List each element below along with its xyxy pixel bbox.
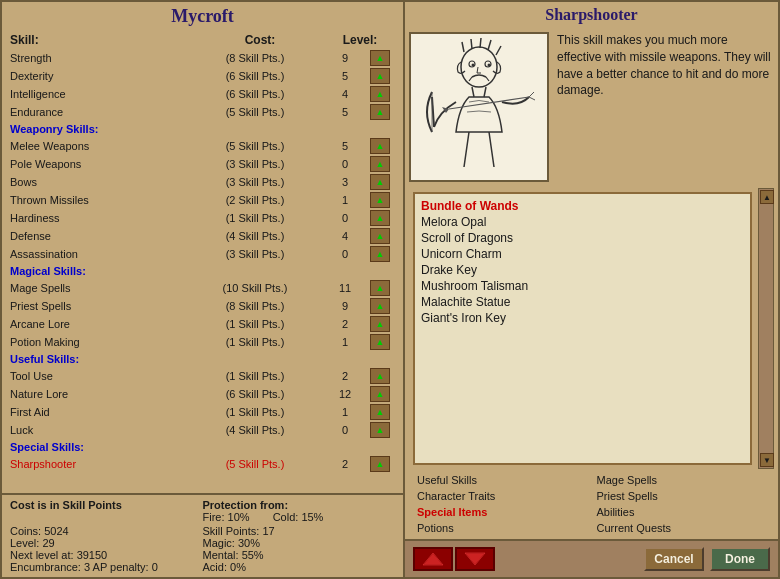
increase-melee-btn[interactable]: ▲: [370, 138, 390, 154]
tabs-area: Useful Skills Mage Spells Character Trai…: [405, 469, 778, 539]
increase-luck-btn[interactable]: ▲: [370, 422, 390, 438]
skill-row: Intelligence (6 Skill Pts.) 4 ▲: [6, 85, 399, 103]
increase-pole-btn[interactable]: ▲: [370, 156, 390, 172]
increase-potion-btn[interactable]: ▲: [370, 334, 390, 350]
skill-row: Assassination (3 Skill Pts.) 0 ▲: [6, 245, 399, 263]
left-panel: Mycroft Skill: Cost: Level: Strength (8 …: [0, 0, 405, 579]
skills-header: Skill: Cost: Level:: [2, 31, 403, 49]
increase-arcane-btn[interactable]: ▲: [370, 316, 390, 332]
increase-endurance-btn[interactable]: ▲: [370, 104, 390, 120]
increase-sharpshooter-btn[interactable]: ▲: [370, 456, 390, 472]
tab-abilities[interactable]: Abilities: [593, 505, 771, 519]
next-arrow-btn[interactable]: [455, 547, 495, 571]
skill-info-area: This skill makes you much more effective…: [405, 28, 778, 188]
svg-point-4: [472, 64, 475, 67]
bottom-buttons: Cancel Done: [405, 539, 778, 577]
skill-image: [409, 32, 549, 182]
list-item[interactable]: Giant's Iron Key: [419, 310, 746, 326]
list-item[interactable]: Unicorn Charm: [419, 246, 746, 262]
list-item[interactable]: Melora Opal: [419, 214, 746, 230]
skill-row: Dexterity (6 Skill Pts.) 5 ▲: [6, 67, 399, 85]
skill-col-header: Skill:: [10, 33, 190, 47]
svg-point-5: [488, 64, 491, 67]
skill-row: Endurance (5 Skill Pts.) 5 ▲: [6, 103, 399, 121]
protection-details: Skill Points: 17 Magic: 30% Mental: 55% …: [203, 525, 396, 573]
tab-current-quests[interactable]: Current Quests: [593, 521, 771, 535]
skill-row: Thrown Missiles (2 Skill Pts.) 1 ▲: [6, 191, 399, 209]
skill-row: Tool Use (1 Skill Pts.) 2 ▲: [6, 367, 399, 385]
skill-row: Pole Weapons (3 Skill Pts.) 0 ▲: [6, 155, 399, 173]
list-item[interactable]: Mushroom Talisman: [419, 278, 746, 294]
protection-info: Protection from: Fire: 10% Cold: 15%: [203, 499, 396, 523]
skill-row: Potion Making (1 Skill Pts.) 1 ▲: [6, 333, 399, 351]
list-item[interactable]: Malachite Statue: [419, 294, 746, 310]
special-skills-header: Special Skills:: [6, 439, 399, 455]
skill-row-sharpshooter: Sharpshooter (5 Skill Pts.) 2 ▲: [6, 455, 399, 473]
skill-row: Mage Spells (10 Skill Pts.) 11 ▲: [6, 279, 399, 297]
skill-row: Arcane Lore (1 Skill Pts.) 2 ▲: [6, 315, 399, 333]
skills-list: Strength (8 Skill Pts.) 9 ▲ Dexterity (6…: [2, 49, 403, 493]
increase-firstaid-btn[interactable]: ▲: [370, 404, 390, 420]
increase-defense-btn[interactable]: ▲: [370, 228, 390, 244]
skill-description: This skill makes you much more effective…: [557, 32, 774, 184]
skill-row: Hardiness (1 Skill Pts.) 0 ▲: [6, 209, 399, 227]
weaponry-skills-header: Weaponry Skills:: [6, 121, 399, 137]
scroll-down-btn[interactable]: ▼: [760, 453, 774, 467]
prev-arrow-btn[interactable]: [413, 547, 453, 571]
increase-strength-btn[interactable]: ▲: [370, 50, 390, 66]
done-button[interactable]: Done: [710, 547, 770, 571]
useful-skills-header: Useful Skills:: [6, 351, 399, 367]
skill-row: Priest Spells (8 Skill Pts.) 9 ▲: [6, 297, 399, 315]
skill-row: Melee Weapons (5 Skill Pts.) 5 ▲: [6, 137, 399, 155]
increase-bows-btn[interactable]: ▲: [370, 174, 390, 190]
nav-arrows: [413, 547, 495, 571]
cancel-button[interactable]: Cancel: [644, 547, 704, 571]
list-item[interactable]: Scroll of Dragons: [419, 230, 746, 246]
tab-potions[interactable]: Potions: [413, 521, 591, 535]
increase-priest-btn[interactable]: ▲: [370, 298, 390, 314]
skill-row: Nature Lore (6 Skill Pts.) 12 ▲: [6, 385, 399, 403]
skill-row: Luck (4 Skill Pts.) 0 ▲: [6, 421, 399, 439]
skill-row: Defense (4 Skill Pts.) 4 ▲: [6, 227, 399, 245]
tab-special-items[interactable]: Special Items: [413, 505, 591, 519]
tab-priest-spells[interactable]: Priest Spells: [593, 489, 771, 503]
increase-hardiness-btn[interactable]: ▲: [370, 210, 390, 226]
increase-intelligence-btn[interactable]: ▲: [370, 86, 390, 102]
bottom-info: Cost is in Skill Points Protection from:…: [2, 493, 403, 577]
increase-naturelore-btn[interactable]: ▲: [370, 386, 390, 402]
magical-skills-header: Magical Skills:: [6, 263, 399, 279]
increase-mage-btn[interactable]: ▲: [370, 280, 390, 296]
increase-dexterity-btn[interactable]: ▲: [370, 68, 390, 84]
char-stats-left: Coins: 5024 Level: 29 Next level at: 391…: [10, 525, 203, 573]
tab-mage-spells[interactable]: Mage Spells: [593, 473, 771, 487]
skill-row: First Aid (1 Skill Pts.) 1 ▲: [6, 403, 399, 421]
increase-assassination-btn[interactable]: ▲: [370, 246, 390, 262]
svg-marker-8: [465, 553, 485, 565]
tab-character-traits[interactable]: Character Traits: [413, 489, 591, 503]
list-item[interactable]: Drake Key: [419, 262, 746, 278]
list-item[interactable]: Bundle of Wands: [419, 198, 746, 214]
items-section: Bundle of Wands Melora Opal Scroll of Dr…: [409, 188, 774, 469]
right-panel: Sharpshooter: [405, 0, 780, 579]
cost-note: Cost is in Skill Points: [10, 499, 203, 523]
skill-title: Sharpshooter: [405, 2, 778, 28]
skill-row: Bows (3 Skill Pts.) 3 ▲: [6, 173, 399, 191]
character-title: Mycroft: [2, 2, 403, 31]
tab-useful-skills[interactable]: Useful Skills: [413, 473, 591, 487]
svg-marker-6: [423, 553, 443, 565]
increase-thrown-btn[interactable]: ▲: [370, 192, 390, 208]
level-col-header: Level:: [330, 33, 390, 47]
increase-tooluse-btn[interactable]: ▲: [370, 368, 390, 384]
items-list[interactable]: Bundle of Wands Melora Opal Scroll of Dr…: [413, 192, 752, 465]
scroll-up-btn[interactable]: ▲: [760, 190, 774, 204]
skill-row: Strength (8 Skill Pts.) 9 ▲: [6, 49, 399, 67]
cost-col-header: Cost:: [190, 33, 330, 47]
